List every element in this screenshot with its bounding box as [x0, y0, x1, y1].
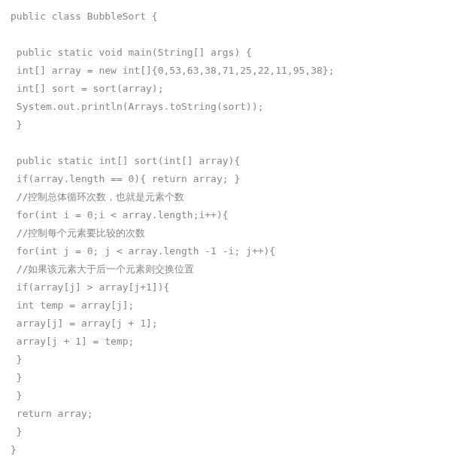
code-line: array[j] = array[j + 1]; — [11, 315, 465, 333]
code-line: //控制总体循环次数，也就是元素个数 — [11, 188, 465, 206]
code-line: public static void main(String[] args) { — [11, 44, 465, 62]
code-line: } — [11, 351, 465, 369]
code-line — [11, 26, 465, 44]
code-line: array[j + 1] = temp; — [11, 333, 465, 351]
code-line: int[] sort = sort(array); — [11, 80, 465, 98]
code-line: return array; — [11, 405, 465, 423]
code-line: int[] array = new int[]{0,53,63,38,71,25… — [11, 62, 465, 80]
code-line: } — [11, 116, 465, 134]
code-content: public class BubbleSort { public static … — [11, 8, 465, 456]
code-line: public static int[] sort(int[] array){ — [11, 152, 465, 170]
code-line: } — [11, 387, 465, 405]
code-block: public class BubbleSort { public static … — [0, 0, 476, 456]
code-line — [11, 134, 465, 152]
code-line: int temp = array[j]; — [11, 296, 465, 315]
code-line: for(int j = 0; j < array.length -1 -i; j… — [11, 242, 465, 260]
code-line: if(array.length == 0){ return array; } — [11, 170, 465, 188]
code-line: //控制每个元素要比较的次数 — [11, 224, 465, 242]
code-line: if(array[j] > array[j+1]){ — [11, 278, 465, 296]
code-line: for(int i = 0;i < array.length;i++){ — [11, 206, 465, 224]
code-line: } — [11, 423, 465, 441]
code-line: System.out.println(Arrays.toString(sort)… — [11, 98, 465, 116]
code-line: public class BubbleSort { — [11, 8, 465, 26]
code-line: } — [11, 441, 465, 456]
code-line: //如果该元素大于后一个元素则交换位置 — [11, 260, 465, 278]
code-line: } — [11, 369, 465, 387]
